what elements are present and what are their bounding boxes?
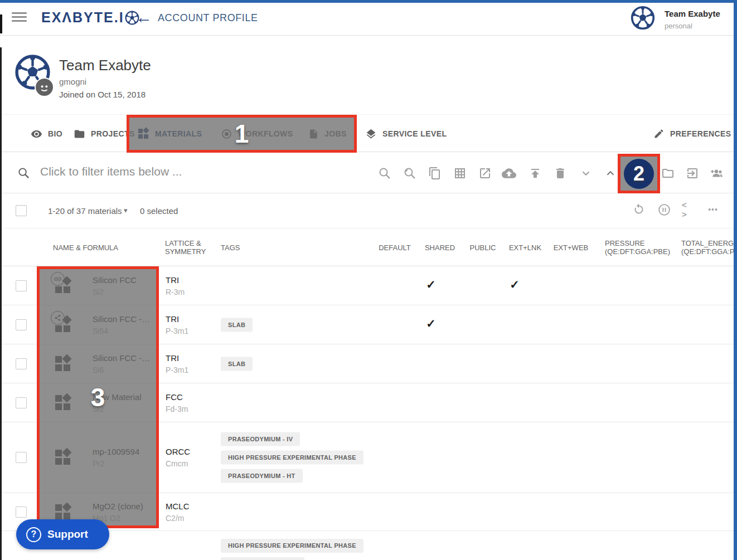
tag-chip: PRASEODYMIUM - HT bbox=[221, 469, 303, 483]
col-pressure[interactable]: PRESSURE (QE:DFT:GGA:PBE) bbox=[605, 228, 675, 266]
lattice-type: TRI bbox=[166, 353, 188, 363]
tab-preferences[interactable]: PREFERENCES bbox=[653, 115, 731, 153]
select-all-checkbox[interactable] bbox=[16, 205, 27, 216]
publish-icon[interactable] bbox=[528, 166, 542, 181]
annotation-box-2: 2 bbox=[618, 154, 660, 193]
row-checkbox[interactable] bbox=[16, 397, 27, 408]
annotation-number-1: 1 bbox=[235, 119, 249, 149]
col-public[interactable]: PUBLIC bbox=[462, 228, 503, 266]
cloud-upload-icon[interactable] bbox=[502, 166, 516, 181]
window-accent-right bbox=[734, 0, 737, 560]
lattice-type: TRI bbox=[166, 275, 185, 285]
tab-service-level[interactable]: SERVICE LEVEL bbox=[365, 115, 447, 153]
col-ext-lnk[interactable]: EXT+LNK bbox=[503, 228, 547, 266]
table-header: NAME & FORMULA LATTICE & SYMMETRY TAGS D… bbox=[0, 228, 737, 266]
row-checkbox[interactable] bbox=[16, 452, 27, 463]
grid-view-icon[interactable] bbox=[453, 166, 467, 181]
col-tags[interactable]: TAGS bbox=[221, 228, 240, 266]
lattice-type: FCC bbox=[166, 392, 188, 402]
exit-to-app-icon[interactable] bbox=[685, 166, 700, 181]
eye-icon bbox=[31, 128, 42, 140]
tag-chip: HIGH PRESSURE EXPERIMENTAL PHASE bbox=[221, 539, 363, 553]
tag-chip: SLAB bbox=[221, 318, 253, 332]
check-icon: ✓ bbox=[409, 278, 453, 291]
more-options-icon[interactable]: ••• bbox=[706, 202, 720, 217]
layers-icon bbox=[365, 128, 377, 140]
row-checkbox[interactable] bbox=[16, 280, 27, 291]
app-header: EXΛBYTE.I ← ACCOUNT PROFILE Team Exabyte… bbox=[0, 0, 737, 36]
tab-service-level-label: SERVICE LEVEL bbox=[382, 129, 447, 138]
delete-icon[interactable] bbox=[553, 166, 568, 181]
background-window-sliver bbox=[0, 14, 2, 33]
selected-count: 0 selected bbox=[140, 206, 178, 216]
tab-projects[interactable]: PROJECTS bbox=[74, 115, 135, 153]
lattice-type: ORCC bbox=[166, 447, 190, 456]
items-count: 1-20 of 37 materials bbox=[48, 206, 122, 216]
tag-chip-partial bbox=[221, 557, 304, 560]
tag-chip: PRASEODYMIUM - IV bbox=[221, 432, 300, 446]
row-checkbox[interactable] bbox=[16, 319, 27, 330]
lattice-type: MCLC bbox=[166, 501, 190, 511]
symmetry-group: P-3m1 bbox=[166, 327, 188, 335]
tag-chip: HIGH PRESSURE EXPERIMENTAL PHASE bbox=[221, 451, 363, 465]
annotation-box-1: 1 bbox=[127, 115, 357, 153]
col-total-energy[interactable]: TOTAL_ENERGY (QE:DFT:GGA:PBE) bbox=[681, 228, 737, 266]
copy-icon[interactable] bbox=[428, 166, 442, 181]
exabyte-logo[interactable]: EXΛBYTE.I bbox=[41, 9, 139, 26]
col-shared[interactable]: SHARED bbox=[418, 228, 462, 266]
background-window-sliver bbox=[0, 47, 2, 560]
code-icon[interactable]: < > bbox=[682, 202, 696, 217]
tab-bio[interactable]: BIO bbox=[31, 115, 62, 153]
symmetry-group: P-3m1 bbox=[166, 366, 188, 374]
account-name: Team Exabyte bbox=[665, 9, 720, 18]
annotation-number-3: 3 bbox=[91, 382, 105, 412]
annotation-circle: 2 bbox=[624, 159, 654, 189]
row-checkbox[interactable] bbox=[16, 507, 27, 518]
logo-text: EXΛBYTE.I bbox=[41, 9, 124, 26]
check-icon: ✓ bbox=[492, 278, 537, 291]
pause-icon[interactable] bbox=[657, 202, 671, 217]
tab-bio-label: BIO bbox=[48, 129, 62, 138]
back-arrow-icon[interactable]: ← bbox=[135, 8, 152, 27]
open-in-new-icon[interactable] bbox=[478, 166, 492, 181]
refresh-icon[interactable] bbox=[632, 202, 646, 217]
filter-input[interactable]: Click to filter items below ... bbox=[40, 165, 352, 178]
folder-move-icon[interactable] bbox=[661, 166, 675, 181]
folder-icon bbox=[74, 128, 85, 140]
annotation-number-2: 2 bbox=[633, 162, 644, 186]
search-action-icon[interactable] bbox=[377, 166, 392, 181]
symmetry-group: Fd-3m bbox=[166, 405, 188, 413]
row-checkbox[interactable] bbox=[16, 358, 27, 369]
symmetry-group: R-3m bbox=[166, 288, 185, 296]
col-ext-web[interactable]: EXT+WEB bbox=[547, 228, 595, 266]
col-default[interactable]: DEFAULT bbox=[372, 228, 417, 266]
account-profile-page: EXΛBYTE.I ← ACCOUNT PROFILE Team Exabyte… bbox=[0, 0, 737, 560]
window-accent-top bbox=[0, 0, 737, 3]
profile-name: Team Exabyte bbox=[59, 57, 151, 74]
list-controls-bar: 1-20 of 37 materials ▾ 0 selected < > ••… bbox=[0, 193, 737, 228]
tab-preferences-label: PREFERENCES bbox=[670, 129, 731, 138]
col-name-formula[interactable]: NAME & FORMULA bbox=[53, 228, 118, 266]
group-add-icon[interactable] bbox=[710, 166, 724, 181]
count-dropdown-caret-icon[interactable]: ▾ bbox=[124, 206, 128, 215]
table-row[interactable]: HIGH PRESSURE EXPERIMENTAL PHASE bbox=[0, 531, 737, 560]
profile-tab-bar: BIO PROJECTS MATERIALS WORKFLOWS JOBS SE… bbox=[0, 114, 737, 152]
page-title: ACCOUNT PROFILE bbox=[158, 12, 258, 24]
account-type: personal bbox=[665, 22, 692, 30]
chevron-up-icon[interactable] bbox=[603, 166, 618, 181]
lattice-type: TRI bbox=[166, 314, 188, 324]
support-button[interactable]: ? Support bbox=[16, 519, 109, 549]
menu-icon[interactable] bbox=[12, 12, 27, 23]
check-icon: ✓ bbox=[409, 317, 453, 330]
symmetry-group: Cmcm bbox=[166, 459, 190, 468]
account-avatar[interactable] bbox=[631, 6, 655, 30]
col-lattice-symmetry[interactable]: LATTICE & SYMMETRY bbox=[165, 228, 207, 266]
search-again-icon[interactable] bbox=[403, 166, 417, 181]
user-face-badge-icon bbox=[35, 77, 54, 97]
tag-chip: SLAB bbox=[221, 357, 253, 371]
question-icon: ? bbox=[26, 527, 41, 542]
profile-username: gmogni bbox=[59, 77, 86, 86]
chevron-down-icon[interactable] bbox=[579, 166, 593, 181]
profile-joined-date: Joined on Oct 15, 2018 bbox=[59, 90, 146, 99]
support-label: Support bbox=[47, 528, 88, 540]
